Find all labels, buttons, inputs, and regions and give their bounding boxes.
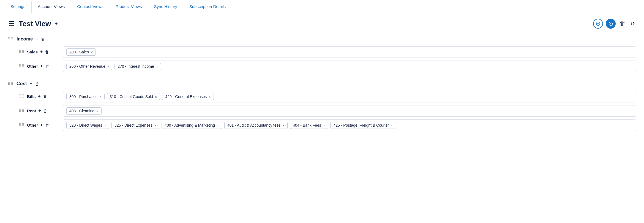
- remove-tag-button-310[interactable]: ×: [155, 95, 157, 99]
- tag-label-401: 401 - Audit & Accountancy fees: [227, 123, 281, 127]
- subsection-other-cost: ⠿⠿Other+🗑320 - Direct Wages×325 - Direct…: [8, 119, 636, 131]
- section-cost: ⠿⠿Cost+🗑⠿⠿Bills+🗑300 - Purchases×310 - C…: [8, 81, 636, 131]
- tags-container-other-income[interactable]: 260 - Other Revenue×270 - Interest Incom…: [63, 61, 636, 72]
- tag-label-200: 200 - Sales: [69, 50, 89, 54]
- subsection-sales: ⠿⠿Sales+🗑200 - Sales×: [8, 46, 636, 58]
- remove-tag-button-425[interactable]: ×: [391, 123, 393, 127]
- subsection-bills: ⠿⠿Bills+🗑300 - Purchases×310 - Cost of G…: [8, 91, 636, 102]
- remove-tag-button-325[interactable]: ×: [154, 123, 157, 127]
- remove-tag-button-400[interactable]: ×: [217, 123, 219, 127]
- tag-label-400: 400 - Advertising & Marketing: [165, 123, 215, 127]
- tags-container-rent[interactable]: 408 - Cleaning×: [63, 105, 636, 117]
- tag-325: 325 - Direct Expenses×: [111, 122, 159, 129]
- remove-tag-button-429[interactable]: ×: [209, 95, 211, 99]
- tag-429: 429 - General Expenses×: [162, 93, 214, 100]
- main-content: ☰ Test View + ⊕ ⊙ 🗑 ↺ ⠿⠿Income+🗑⠿⠿Sales+…: [0, 13, 644, 145]
- drag-handle-icon[interactable]: ⠿⠿: [8, 81, 13, 86]
- subsection-label-other-income: ⠿⠿Other+🗑: [8, 61, 63, 72]
- tag-408: 408 - Cleaning×: [66, 107, 102, 115]
- delete-section-button-income[interactable]: 🗑: [41, 37, 45, 42]
- section-header-cost: ⠿⠿Cost+🗑: [8, 81, 636, 86]
- tags-container-sales[interactable]: 200 - Sales×: [63, 46, 636, 58]
- tab-account-views[interactable]: Account Views: [31, 0, 71, 13]
- subsection-name-other-income: Other: [27, 64, 38, 69]
- delete-subsection-button-other-cost[interactable]: 🗑: [45, 123, 49, 127]
- tag-label-325: 325 - Direct Expenses: [114, 123, 152, 127]
- section-header-income: ⠿⠿Income+🗑: [8, 36, 636, 42]
- add-view-button[interactable]: +: [54, 21, 58, 26]
- toolbar-icons: ⊕ ⊙ 🗑 ↺: [593, 19, 636, 29]
- tag-260: 260 - Other Revenue×: [66, 63, 112, 70]
- drag-handle-icon[interactable]: ⠿⠿: [19, 50, 24, 54]
- tag-label-320: 320 - Direct Wages: [69, 123, 102, 127]
- add-tag-button-other-income[interactable]: +: [40, 63, 43, 69]
- tag-label-260: 260 - Other Revenue: [69, 64, 105, 69]
- section-title-cost: Cost: [17, 81, 27, 86]
- tag-label-300: 300 - Purchases: [69, 94, 97, 99]
- tag-401: 401 - Audit & Accountancy fees×: [224, 122, 288, 129]
- delete-subsection-button-rent[interactable]: 🗑: [43, 108, 47, 113]
- delete-view-button[interactable]: 🗑: [618, 20, 627, 28]
- drag-handle-icon[interactable]: ⠿⠿: [19, 94, 24, 99]
- page-header: ☰ Test View + ⊕ ⊙ 🗑 ↺: [8, 19, 636, 29]
- add-tag-button-sales[interactable]: +: [39, 49, 43, 55]
- delete-section-button-cost[interactable]: 🗑: [35, 81, 39, 86]
- subsection-label-sales: ⠿⠿Sales+🗑: [8, 46, 63, 57]
- list-icon: ☰: [8, 20, 15, 28]
- subsection-name-bills: Bills: [27, 94, 36, 99]
- remove-tag-button-260[interactable]: ×: [107, 64, 110, 69]
- sections-container: ⠿⠿Income+🗑⠿⠿Sales+🗑200 - Sales×⠿⠿Other+🗑…: [8, 36, 636, 131]
- remove-tag-button-270[interactable]: ×: [156, 64, 158, 69]
- tab-sync-history[interactable]: Sync History: [148, 0, 183, 13]
- tab-contact-views[interactable]: Contact Views: [71, 0, 110, 13]
- tag-320: 320 - Direct Wages×: [66, 122, 109, 129]
- tag-310: 310 - Cost of Goods Sold×: [107, 93, 160, 100]
- page-title: Test View: [19, 20, 51, 28]
- tab-product-views[interactable]: Product Views: [110, 0, 148, 13]
- delete-subsection-button-bills[interactable]: 🗑: [43, 94, 47, 99]
- tags-container-bills[interactable]: 300 - Purchases×310 - Cost of Goods Sold…: [63, 91, 636, 102]
- download-button[interactable]: ⊙: [606, 19, 616, 29]
- section-income: ⠿⠿Income+🗑⠿⠿Sales+🗑200 - Sales×⠿⠿Other+🗑…: [8, 36, 636, 72]
- tag-200: 200 - Sales×: [66, 48, 96, 56]
- tag-400: 400 - Advertising & Marketing×: [162, 122, 222, 129]
- add-tag-button-other-cost[interactable]: +: [40, 122, 43, 128]
- drag-handle-icon[interactable]: ⠿⠿: [8, 37, 13, 41]
- remove-tag-button-320[interactable]: ×: [104, 123, 106, 127]
- subsection-label-rent: ⠿⠿Rent+🗑: [8, 105, 63, 116]
- tab-subscription-details[interactable]: Subscription Details: [183, 0, 232, 13]
- tag-label-310: 310 - Cost of Goods Sold: [110, 94, 153, 99]
- remove-tag-button-408[interactable]: ×: [96, 109, 99, 113]
- tag-label-408: 408 - Cleaning: [69, 109, 94, 113]
- tag-label-270: 270 - Interest Income: [118, 64, 154, 69]
- tag-label-425: 425 - Postage, Freight & Courier: [333, 123, 389, 127]
- tags-container-other-cost[interactable]: 320 - Direct Wages×325 - Direct Expenses…: [63, 119, 636, 131]
- add-subsection-button-cost[interactable]: +: [29, 81, 33, 86]
- drag-handle-icon[interactable]: ⠿⠿: [19, 64, 24, 68]
- drag-handle-icon[interactable]: ⠿⠿: [19, 123, 24, 127]
- add-tag-button-rent[interactable]: +: [38, 108, 42, 113]
- tag-270: 270 - Interest Income×: [114, 63, 161, 70]
- subsection-label-other-cost: ⠿⠿Other+🗑: [8, 119, 63, 130]
- remove-tag-button-404[interactable]: ×: [323, 123, 325, 127]
- drag-handle-icon[interactable]: ⠿⠿: [19, 108, 24, 113]
- delete-subsection-button-sales[interactable]: 🗑: [45, 50, 49, 54]
- remove-tag-button-200[interactable]: ×: [91, 50, 93, 54]
- section-title-income: Income: [17, 36, 33, 42]
- tag-300: 300 - Purchases×: [66, 93, 105, 100]
- subsection-name-sales: Sales: [27, 50, 38, 54]
- tab-bar: SettingsAccount ViewsContact ViewsProduc…: [0, 0, 644, 13]
- subsection-name-other-cost: Other: [27, 123, 38, 127]
- refresh-button[interactable]: ↺: [629, 20, 636, 28]
- remove-tag-button-401[interactable]: ×: [283, 123, 285, 127]
- upload-button[interactable]: ⊕: [593, 19, 603, 29]
- tag-404: 404 - Bank Fees×: [290, 122, 328, 129]
- tag-425: 425 - Postage, Freight & Courier×: [330, 122, 396, 129]
- tag-label-404: 404 - Bank Fees: [293, 123, 321, 127]
- remove-tag-button-300[interactable]: ×: [99, 95, 102, 99]
- delete-subsection-button-other-income[interactable]: 🗑: [45, 64, 49, 69]
- subsection-label-bills: ⠿⠿Bills+🗑: [8, 91, 63, 102]
- add-tag-button-bills[interactable]: +: [37, 94, 41, 99]
- add-subsection-button-income[interactable]: +: [35, 36, 39, 42]
- tab-settings[interactable]: Settings: [4, 0, 31, 13]
